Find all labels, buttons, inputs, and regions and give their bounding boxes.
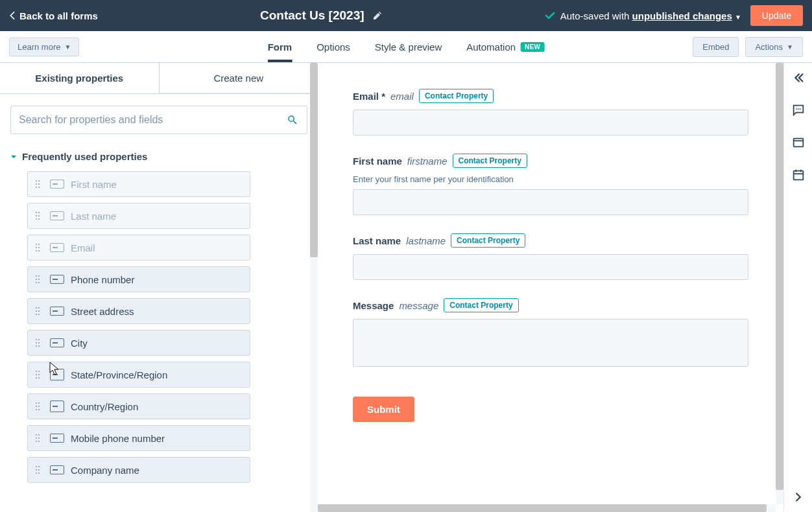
drag-handle-icon[interactable] — [32, 331, 43, 355]
tab-style-preview[interactable]: Style & preview — [375, 31, 442, 62]
svg-point-18 — [36, 275, 37, 277]
svg-point-20 — [36, 279, 37, 280]
tab-existing-properties[interactable]: Existing properties — [0, 63, 159, 93]
tab-form[interactable]: Form — [268, 31, 293, 62]
search-input[interactable] — [10, 106, 307, 134]
form-field[interactable]: Message message Contact Property — [353, 298, 748, 367]
drag-handle-icon[interactable] — [32, 362, 43, 387]
calendar-icon[interactable] — [791, 168, 806, 182]
svg-rect-65 — [793, 171, 803, 180]
tab-create-new[interactable]: Create new — [159, 63, 318, 93]
field-type-icon — [50, 465, 64, 474]
search-icon[interactable] — [287, 114, 298, 126]
learn-more-label: Learn more — [18, 42, 60, 52]
field-type-icon — [50, 369, 64, 380]
chevron-right-icon[interactable] — [791, 490, 806, 504]
center-thumb-v[interactable] — [776, 63, 783, 490]
sub-bar: Learn more▼ Form Options Style & preview… — [0, 31, 812, 63]
learn-more-button[interactable]: Learn more▼ — [9, 38, 79, 56]
collapse-icon[interactable] — [791, 71, 806, 85]
svg-point-47 — [38, 409, 40, 410]
property-item[interactable]: Country/Region — [27, 393, 250, 419]
property-item[interactable]: Phone number — [27, 266, 250, 292]
svg-point-31 — [38, 339, 40, 340]
autosave-status: Auto-saved with unpublished changes ▼ — [545, 10, 741, 21]
left-scrollbar[interactable] — [310, 63, 318, 512]
form-field[interactable]: Email * email Contact Property — [353, 89, 748, 135]
drag-handle-icon[interactable] — [32, 426, 43, 450]
center-thumb-h[interactable] — [318, 504, 767, 512]
svg-point-48 — [36, 434, 37, 436]
field-label: Last name — [353, 235, 401, 246]
property-item[interactable]: State/Province/Region — [27, 362, 250, 388]
tab-options[interactable]: Options — [316, 31, 350, 62]
field-label-row: Last name lastname Contact Property — [353, 233, 748, 248]
svg-point-58 — [36, 472, 37, 474]
svg-point-27 — [38, 310, 40, 312]
drag-handle-icon[interactable] — [32, 267, 43, 292]
check-icon — [545, 10, 555, 21]
svg-point-51 — [38, 437, 40, 439]
back-to-forms[interactable]: Back to all forms — [9, 10, 98, 21]
svg-point-56 — [36, 469, 37, 471]
field-type-icon — [50, 338, 64, 347]
property-label: First name — [71, 179, 117, 190]
property-group-label: Frequently used properties — [22, 151, 147, 162]
field-label-row: Email * email Contact Property — [353, 89, 748, 103]
property-item[interactable]: Company name — [27, 457, 250, 483]
svg-point-33 — [38, 342, 40, 343]
property-label: Mobile phone number — [71, 433, 165, 444]
pencil-icon[interactable] — [372, 10, 383, 21]
svg-point-8 — [36, 215, 37, 216]
submit-button[interactable]: Submit — [353, 397, 414, 422]
drag-handle-icon[interactable] — [32, 299, 43, 323]
property-item[interactable]: Street address — [27, 298, 250, 324]
field-internal-name: firstname — [407, 156, 448, 167]
svg-point-19 — [38, 275, 40, 277]
field-input[interactable] — [353, 254, 748, 280]
subbar-right: Embed Actions▼ — [693, 37, 803, 57]
embed-button[interactable]: Embed — [693, 37, 739, 57]
svg-point-17 — [38, 250, 40, 251]
left-scrollbar-thumb[interactable] — [310, 63, 318, 257]
svg-rect-63 — [793, 139, 803, 147]
field-label-row: Message message Contact Property — [353, 298, 748, 312]
field-help-text: Enter your first name per your identific… — [353, 174, 748, 184]
drag-handle-icon[interactable] — [32, 458, 43, 482]
form-field[interactable]: Last name lastname Contact Property — [353, 233, 748, 280]
tab-automation[interactable]: Automation NEW — [466, 31, 544, 62]
form-area: Email * email Contact Property First nam… — [318, 63, 783, 448]
svg-point-42 — [36, 402, 37, 404]
svg-point-62 — [799, 108, 800, 110]
chat-icon[interactable] — [791, 103, 806, 117]
form-field[interactable]: First name firstname Contact PropertyEnt… — [353, 154, 748, 215]
center-scrollbar-h[interactable] — [318, 504, 776, 512]
status-caret-icon[interactable]: ▼ — [735, 14, 741, 21]
svg-point-24 — [36, 307, 37, 308]
svg-point-14 — [36, 247, 37, 248]
tab-automation-label: Automation — [466, 41, 516, 52]
field-tag: Contact Property — [453, 154, 527, 168]
drag-handle-icon — [32, 204, 43, 228]
field-input[interactable] — [353, 110, 748, 135]
svg-point-30 — [36, 339, 37, 340]
svg-point-46 — [36, 409, 37, 410]
property-item[interactable]: City — [27, 330, 250, 356]
title-wrap: Contact Us [2023] — [98, 8, 545, 23]
form-canvas: Email * email Contact Property First nam… — [318, 63, 783, 512]
drag-handle-icon[interactable] — [32, 394, 43, 419]
property-list: First name Last name Email Phone number … — [10, 171, 307, 483]
actions-button[interactable]: Actions▼ — [745, 37, 803, 57]
left-tabs: Existing properties Create new — [0, 63, 318, 94]
field-input[interactable] — [353, 189, 748, 215]
window-icon[interactable] — [791, 135, 806, 150]
property-label: Country/Region — [71, 401, 138, 412]
svg-point-55 — [38, 466, 40, 467]
update-button[interactable]: Update — [750, 5, 803, 26]
status-link[interactable]: unpublished changes — [632, 10, 732, 21]
center-scrollbar-v[interactable] — [776, 63, 783, 504]
svg-point-41 — [38, 377, 40, 378]
property-group-toggle[interactable]: Frequently used properties — [10, 151, 307, 162]
field-input[interactable] — [353, 319, 748, 367]
property-item[interactable]: Mobile phone number — [27, 425, 250, 451]
